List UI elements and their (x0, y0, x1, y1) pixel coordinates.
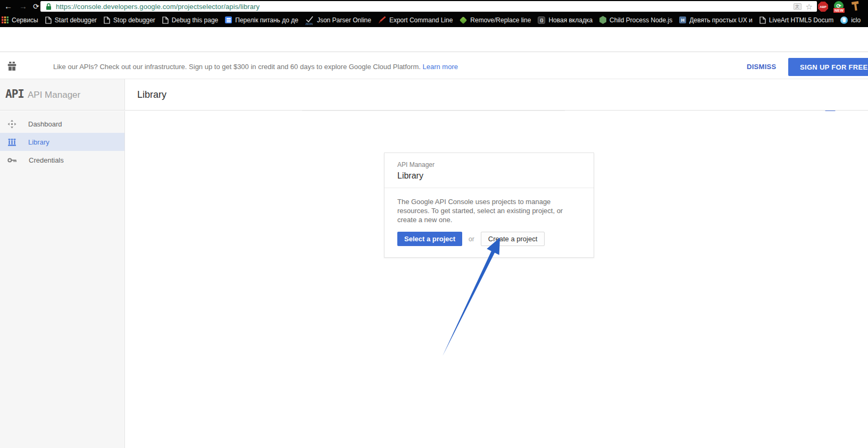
bookmark-label: iclo (851, 16, 861, 24)
bookmark-iclo[interactable]: iclo (840, 16, 861, 24)
bookmark-child-process-nodejs[interactable]: Child Process Node.js (599, 16, 672, 24)
signup-free-trial-button[interactable]: SIGN UP FOR FREE TRIAL (788, 58, 868, 76)
gift-icon (7, 61, 17, 71)
dialog-description: The Google API Console uses projects to … (397, 197, 582, 224)
bookmark-label: Девять простых UX и (689, 16, 753, 24)
page-title: Library (137, 89, 166, 100)
node-hexagon-icon (599, 16, 606, 24)
promo-banner: Like our APIs? Check out our infrastruct… (0, 27, 868, 52)
dialog-actions: Select a project or Create a project (397, 232, 581, 246)
dialog-body: The Google API Console uses projects to … (385, 188, 594, 257)
blue-doc-icon (225, 16, 232, 23)
extension-area: ABP ⟳ NEW (817, 0, 868, 13)
library-icon (7, 138, 16, 147)
banner-message: Like our APIs? Check out our infrastruct… (53, 63, 458, 71)
subheader: API API Manager Library (0, 79, 868, 111)
bookmark-remove-replace-line[interactable]: Remove/Replace line (460, 16, 531, 24)
url-row: ← → ⟳ https://console.developers.google.… (0, 0, 868, 13)
sidebar-item-label: Credentials (29, 156, 64, 164)
bookmark-label: LiveArt HTML5 Docum (769, 16, 833, 24)
bookmark-export-command-line[interactable]: Export Command Line (378, 16, 453, 24)
key-icon (7, 157, 17, 164)
bookmark-novaya-vkladka[interactable]: {} Новая вкладка (538, 16, 592, 24)
bookmark-label: Child Process Node.js (610, 16, 672, 24)
learn-more-link[interactable]: Learn more (422, 63, 457, 71)
adblock-extension-icon[interactable]: ABP (818, 2, 828, 12)
project-selector-dialog: API Manager Library The Google API Conso… (384, 153, 594, 258)
browser-forward-button[interactable]: → (19, 1, 27, 12)
sidebar-item-library[interactable]: Library (0, 133, 124, 151)
bookmark-servicy[interactable]: Сервисы (2, 16, 38, 24)
api-manager-logo: API (5, 88, 24, 100)
bookmark-label: Debug this page (172, 16, 218, 24)
page-icon (104, 16, 110, 24)
new-extension-badge: NEW (833, 8, 845, 13)
bookmark-label: Export Command Line (389, 16, 453, 24)
orange-extension-icon[interactable] (851, 1, 860, 11)
dismiss-button[interactable]: DISMISS (747, 63, 777, 71)
address-bar[interactable]: https://console.developers.google.com/pr… (40, 1, 817, 12)
sidebar-item-dashboard[interactable]: Dashboard (0, 115, 124, 133)
bookmark-label: Новая вкладка (548, 16, 592, 24)
bookmark-label: Start debugger (55, 16, 97, 24)
create-a-project-button[interactable]: Create a project (481, 232, 545, 246)
sidebar-header: API API Manager (0, 79, 125, 110)
page-icon (162, 16, 169, 24)
dialog-eyebrow: API Manager (397, 161, 581, 168)
bookmark-start-debugger[interactable]: Start debugger (45, 16, 97, 24)
bookmarks-bar: Сервисы Start debugger Stop debugger Deb… (0, 13, 868, 27)
api-manager-title: API Manager (28, 90, 80, 100)
select-a-project-button[interactable]: Select a project (397, 232, 462, 246)
bookmark-label: Remove/Replace line (470, 16, 531, 24)
sidebar-item-label: Dashboard (28, 120, 62, 128)
bookmark-label: Json Parser Online (317, 16, 371, 24)
browser-chrome: ← → ⟳ https://console.developers.google.… (0, 0, 868, 27)
bookmark-label: Перелік питань до де (235, 16, 298, 24)
browser-window: ← → ⟳ https://console.developers.google.… (0, 0, 868, 448)
braces-icon: {} (538, 16, 545, 24)
bookmark-label: Stop debugger (113, 16, 155, 24)
apps-grid-icon (2, 16, 9, 23)
bookmark-devyat-prostyh-ux[interactable]: H Девять простых UX и (679, 16, 753, 24)
dialog-header: API Manager Library (385, 153, 594, 188)
bookmark-star-icon[interactable]: ☆ (806, 3, 813, 10)
bookmark-perelik-pytan[interactable]: Перелік питань до де (225, 16, 298, 24)
banner-text: Like our APIs? Check out our infrastruct… (53, 63, 421, 71)
dialog-title: Library (397, 171, 581, 181)
translate-icon[interactable]: 文 (794, 3, 802, 10)
bookmark-debug-this-page[interactable]: Debug this page (162, 16, 218, 24)
bookmark-json-parser[interactable]: JSON Json Parser Online (305, 15, 371, 24)
browser-back-button[interactable]: ← (4, 1, 12, 12)
green-diamond-icon (460, 16, 467, 23)
sidebar-item-label: Library (28, 138, 49, 146)
dashboard-icon (7, 120, 16, 129)
page-icon (760, 16, 766, 24)
sidebar-item-credentials[interactable]: Credentials (0, 151, 124, 169)
url-text: https://console.developers.google.com/pr… (56, 3, 794, 11)
bookmark-liveart-html5[interactable]: LiveArt HTML5 Docum (760, 16, 833, 24)
json-check-icon: JSON (305, 15, 314, 24)
sidebar: Dashboard Library Credentials (0, 111, 125, 448)
red-pencil-icon (378, 16, 386, 24)
page-icon (45, 16, 52, 24)
or-label: or (469, 235, 474, 243)
bookmark-stop-debugger[interactable]: Stop debugger (104, 16, 155, 24)
blue-sphere-icon (840, 16, 848, 24)
bookmark-label: Сервисы (12, 16, 38, 24)
secure-padlock-icon (46, 3, 52, 10)
h-square-icon: H (679, 16, 686, 23)
browser-reload-button[interactable]: ⟳ (33, 1, 39, 12)
